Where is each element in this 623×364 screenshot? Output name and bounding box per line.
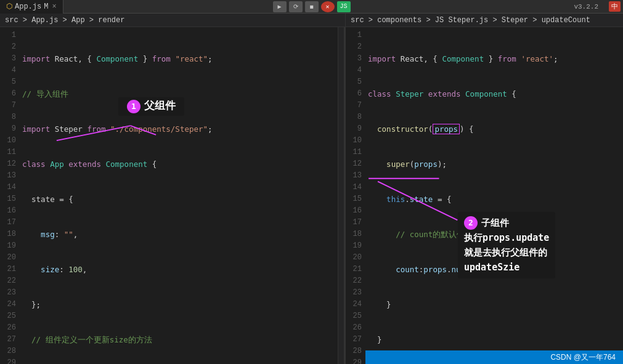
- tab-label: App.js: [15, 2, 41, 11]
- toolbar-icon-2[interactable]: ⟳: [289, 1, 303, 12]
- left-minimap: [338, 27, 344, 364]
- right-breadcrumb: src > components > JS Steper.js > Steper…: [346, 14, 623, 26]
- annotation-num-2: 2: [464, 216, 478, 230]
- right-line-numbers: 12345 678910 1112131415 1617181920 21222…: [346, 27, 365, 364]
- app-container: ⬡ App.js M × ▶ ⟳ ◼ ✕ JS v3.2.2 中 src > A…: [0, 0, 623, 364]
- breadcrumb-bars: src > App.js > App > render src > compon…: [0, 14, 623, 27]
- code-line: this.state = {: [368, 193, 623, 205]
- status-bar: CSDN @又一年764: [365, 350, 623, 364]
- tab-close-icon[interactable]: ×: [52, 2, 56, 11]
- code-line: };: [22, 299, 338, 310]
- toolbar-area: ▶ ⟳ ◼ ✕ JS: [273, 1, 351, 12]
- toolbar-icon-5[interactable]: JS: [337, 1, 351, 12]
- toolbar-icon-4[interactable]: ✕: [321, 1, 335, 12]
- tab-bar: ⬡ App.js M × ▶ ⟳ ◼ ✕ JS v3.2.2 中: [0, 0, 623, 14]
- toolbar-icon-3[interactable]: ◼: [305, 1, 319, 12]
- tab-appjs[interactable]: ⬡ App.js M ×: [0, 0, 63, 14]
- toolbar-icon-1[interactable]: ▶: [273, 1, 287, 12]
- code-line: class Steper extends Component {: [368, 88, 623, 100]
- annotation-right: 2 子组件 执行props.update 就是去执行父组件的 updateSzi…: [458, 212, 555, 278]
- status-text: CSDN @又一年764: [550, 352, 616, 363]
- code-line: state = {: [22, 193, 338, 205]
- code-line: super(props);: [368, 158, 623, 170]
- code-line: }: [368, 334, 623, 346]
- code-line: constructor(props) {: [368, 123, 623, 135]
- left-line-numbers: 12345 678910 1112131415 1617181920 21222…: [0, 27, 20, 364]
- code-line: import Steper from "./components/Steper"…: [22, 123, 338, 135]
- left-breadcrumb: src > App.js > App > render: [0, 14, 346, 26]
- code-line: class App extends Component {: [22, 158, 338, 170]
- tab-icon: ⬡: [6, 2, 12, 11]
- left-code-area: import React, { Component } from "react"…: [20, 27, 338, 364]
- code-line: // 组件定义一个更新size的方法: [22, 334, 338, 346]
- editors-main: 12345 678910 1112131415 1617181920 21222…: [0, 27, 623, 364]
- right-editor: 12345 678910 1112131415 1617181920 21222…: [346, 27, 623, 364]
- code-line: import React, { Component } from 'react'…: [368, 53, 623, 65]
- left-editor: 12345 678910 1112131415 1617181920 21222…: [0, 27, 346, 364]
- right-code-area: import React, { Component } from 'react'…: [365, 27, 623, 364]
- tab-modified: M: [44, 2, 48, 11]
- annotation-num-1: 1: [127, 100, 140, 113]
- code-line: }: [368, 299, 623, 310]
- cn-label: 中: [609, 1, 621, 12]
- code-line: import React, { Component } from "react"…: [22, 53, 338, 65]
- code-line: size: 100,: [22, 264, 338, 275]
- code-line: msg: "",: [22, 229, 338, 240]
- version-label: v3.2.2: [574, 3, 598, 10]
- annotation-left: 1父组件: [118, 97, 184, 116]
